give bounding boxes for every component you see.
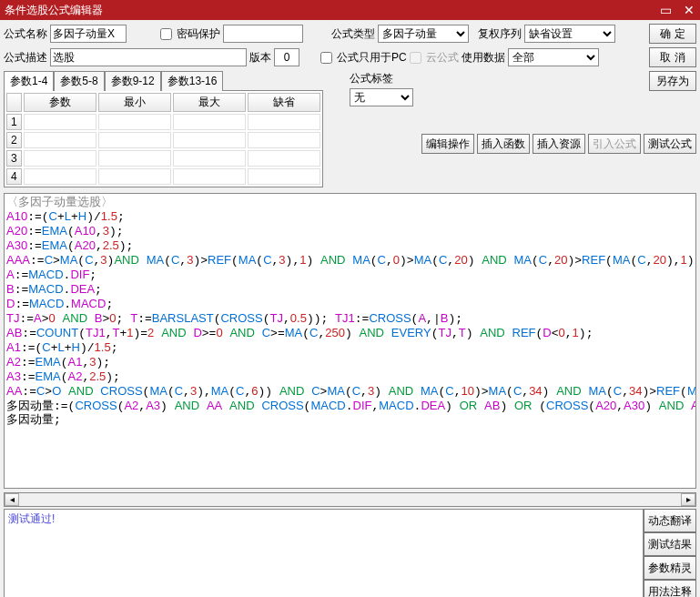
saveas-button[interactable]: 另存为 <box>649 71 696 91</box>
ok-button[interactable]: 确 定 <box>649 24 696 44</box>
table-row: 2 <box>6 132 320 148</box>
insfn-button[interactable]: 插入函数 <box>477 134 530 154</box>
csjl-button[interactable]: 参数精灵 <box>644 556 696 580</box>
label-desc: 公式描述 <box>4 50 47 66</box>
label-pwd: 密码保护 <box>177 26 220 42</box>
col-param: 参数 <box>24 93 96 112</box>
yfzs-button[interactable]: 用法注释 <box>644 580 696 597</box>
param-cell[interactable] <box>174 169 245 184</box>
h-scrollbar[interactable]: ◂ ▸ <box>4 492 696 507</box>
tab-params-5-8[interactable]: 参数5-8 <box>54 71 104 91</box>
col-max: 最大 <box>173 93 246 112</box>
label-usedata: 使用数据 <box>462 50 505 66</box>
desc-input[interactable] <box>50 48 247 66</box>
cloud-checkbox <box>410 52 421 64</box>
param-cell[interactable] <box>25 151 96 166</box>
usedata-select[interactable]: 全部 <box>508 48 599 66</box>
tab-params-13-16[interactable]: 参数13-16 <box>161 71 224 91</box>
code-editor[interactable]: 〈多因子动量选股〉 A10:=(C+L+H)/1.5; A20:=EMA(A10… <box>4 193 696 489</box>
label-ver: 版本 <box>249 50 271 66</box>
param-cell[interactable] <box>174 133 245 147</box>
param-cell[interactable] <box>25 133 96 147</box>
param-cell[interactable] <box>99 115 170 129</box>
param-cell[interactable] <box>99 151 170 166</box>
param-cell[interactable] <box>174 115 245 129</box>
label-cloud: 云公式 <box>426 50 459 66</box>
param-cell[interactable] <box>249 169 320 184</box>
col-min: 最小 <box>98 93 171 112</box>
param-table: 参数 最小 最大 缺省 1 2 3 4 <box>4 90 323 187</box>
scroll-left-icon[interactable]: ◂ <box>5 493 19 506</box>
pconly-checkbox[interactable] <box>320 52 332 64</box>
type-select[interactable]: 多因子动量 <box>378 25 469 43</box>
minimize-icon[interactable]: ▭ <box>654 3 677 17</box>
editop-button[interactable]: 编辑操作 <box>421 134 474 154</box>
tag-select[interactable]: 无 <box>350 88 413 106</box>
pwd-checkbox[interactable] <box>160 28 172 40</box>
label-fqxl: 复权序列 <box>478 26 522 42</box>
col-default: 缺省 <box>248 93 320 112</box>
param-cell[interactable] <box>174 151 245 166</box>
param-tabs: 参数1-4 参数5-8 参数9-12 参数13-16 <box>4 71 323 91</box>
label-name: 公式名称 <box>4 26 47 42</box>
param-cell[interactable] <box>249 151 320 166</box>
ver-input[interactable] <box>274 48 299 66</box>
label-tag: 公式标签 <box>350 71 645 86</box>
param-cell[interactable] <box>99 169 170 184</box>
name-input[interactable] <box>50 25 127 43</box>
label-type: 公式类型 <box>331 26 375 42</box>
close-icon[interactable]: ✕ <box>677 3 700 17</box>
cancel-button[interactable]: 取 消 <box>649 47 696 67</box>
titlebar: 条件选股公式编辑器 ▭ ✕ <box>0 0 700 20</box>
scroll-track[interactable] <box>19 493 681 506</box>
table-row: 4 <box>6 168 320 185</box>
param-cell[interactable] <box>25 169 96 184</box>
label-pconly: 公式只用于PC <box>337 50 407 66</box>
param-cell[interactable] <box>249 133 320 147</box>
table-row: 3 <box>6 150 320 167</box>
tab-params-1-4[interactable]: 参数1-4 <box>4 71 54 91</box>
param-cell[interactable] <box>249 115 320 129</box>
test-button[interactable]: 测试公式 <box>644 134 696 154</box>
scroll-right-icon[interactable]: ▸ <box>681 493 695 506</box>
import-button[interactable]: 引入公式 <box>588 134 641 154</box>
insres-button[interactable]: 插入资源 <box>533 134 585 154</box>
pwd-input[interactable] <box>223 25 303 43</box>
table-row: 1 <box>6 114 320 130</box>
fqxl-select[interactable]: 缺省设置 <box>524 25 615 43</box>
status-output: 测试通过! <box>4 509 644 597</box>
csjg-button[interactable]: 测试结果 <box>644 532 696 556</box>
param-cell[interactable] <box>25 115 96 129</box>
param-cell[interactable] <box>99 133 170 147</box>
dtfy-button[interactable]: 动态翻译 <box>644 509 696 532</box>
window-title: 条件选股公式编辑器 <box>5 3 654 18</box>
tab-params-9-12[interactable]: 参数9-12 <box>105 71 161 91</box>
